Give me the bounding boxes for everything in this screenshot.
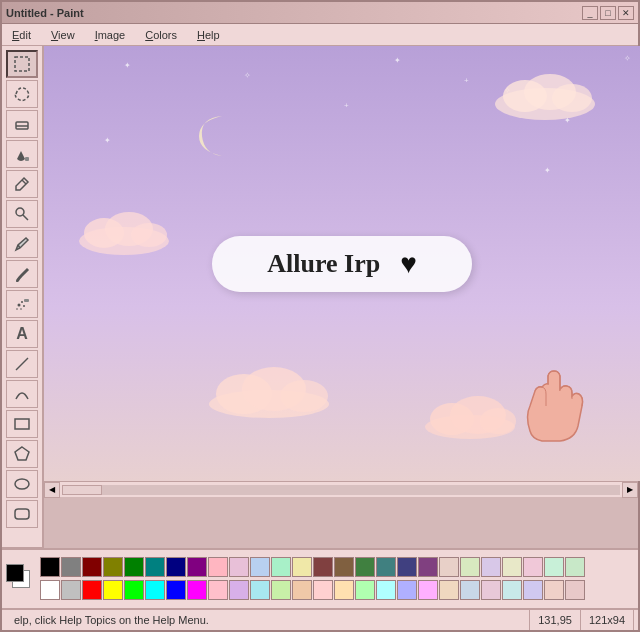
- palette-cell-47[interactable]: [523, 580, 543, 600]
- tool-curve[interactable]: [6, 380, 38, 408]
- tool-fill[interactable]: [6, 140, 38, 168]
- palette-cell-34[interactable]: [397, 557, 417, 577]
- palette-cell-33[interactable]: [376, 580, 396, 600]
- tool-zoom[interactable]: [6, 200, 38, 228]
- menu-view[interactable]: View: [45, 27, 81, 43]
- palette-cell-25[interactable]: [292, 580, 312, 600]
- palette-cell-20[interactable]: [250, 557, 270, 577]
- palette-cell-21[interactable]: [250, 580, 270, 600]
- palette-cell-41[interactable]: [460, 580, 480, 600]
- svg-point-12: [20, 308, 22, 310]
- foreground-color-box[interactable]: [6, 564, 24, 582]
- scroll-left-button[interactable]: ◀: [44, 482, 60, 498]
- palette-cell-22[interactable]: [271, 557, 291, 577]
- palette-cell-15[interactable]: [187, 580, 207, 600]
- tool-brush[interactable]: [6, 260, 38, 288]
- palette-cell-17[interactable]: [208, 580, 228, 600]
- tool-select-rect[interactable]: [6, 50, 38, 78]
- svg-rect-13: [24, 299, 29, 302]
- palette-cell-7[interactable]: [103, 580, 123, 600]
- menu-image[interactable]: Image: [89, 27, 132, 43]
- palette-cell-48[interactable]: [544, 557, 564, 577]
- palette-cell-43[interactable]: [481, 580, 501, 600]
- scroll-right-button[interactable]: ▶: [622, 482, 638, 498]
- palette-cell-29[interactable]: [334, 580, 354, 600]
- palette-cell-49[interactable]: [544, 580, 564, 600]
- palette-cell-10[interactable]: [145, 557, 165, 577]
- palette-cell-39[interactable]: [439, 580, 459, 600]
- tool-select-free[interactable]: [6, 80, 38, 108]
- palette-cell-9[interactable]: [124, 580, 144, 600]
- svg-rect-3: [25, 157, 29, 161]
- palette-cell-0[interactable]: [40, 557, 60, 577]
- current-colors[interactable]: [6, 564, 36, 594]
- palette-cell-51[interactable]: [565, 580, 585, 600]
- tool-eraser[interactable]: [6, 110, 38, 138]
- palette-cell-2[interactable]: [61, 557, 81, 577]
- palette-cell-31[interactable]: [355, 580, 375, 600]
- menu-colors[interactable]: Colors: [139, 27, 183, 43]
- palette-cell-44[interactable]: [502, 557, 522, 577]
- star-2: ✧: [244, 71, 251, 80]
- palette-cell-35[interactable]: [397, 580, 417, 600]
- tool-airbrush[interactable]: [6, 290, 38, 318]
- tool-text[interactable]: A: [6, 320, 38, 348]
- palette-cell-42[interactable]: [481, 557, 501, 577]
- palette-cell-28[interactable]: [334, 557, 354, 577]
- palette-cell-16[interactable]: [208, 557, 228, 577]
- tool-rounded-rect[interactable]: [6, 500, 38, 528]
- tool-rect[interactable]: [6, 410, 38, 438]
- palette-cell-27[interactable]: [313, 580, 333, 600]
- palette-cell-13[interactable]: [166, 580, 186, 600]
- menu-help[interactable]: Help: [191, 27, 226, 43]
- palette-cell-36[interactable]: [418, 557, 438, 577]
- palette-cell-11[interactable]: [145, 580, 165, 600]
- painting-canvas[interactable]: ✦ ✧ ✦ ✧ ✦ ✧ ✦ + + ✦: [44, 46, 640, 481]
- palette-cell-45[interactable]: [502, 580, 522, 600]
- tool-pick-color[interactable]: [6, 170, 38, 198]
- palette-cell-38[interactable]: [439, 557, 459, 577]
- palette-cell-32[interactable]: [376, 557, 396, 577]
- palette-cell-4[interactable]: [82, 557, 102, 577]
- star-10: ✦: [544, 166, 551, 175]
- svg-point-17: [15, 479, 29, 489]
- svg-point-5: [16, 208, 24, 216]
- palette-cell-24[interactable]: [292, 557, 312, 577]
- palette-cell-40[interactable]: [460, 557, 480, 577]
- palette-cell-6[interactable]: [103, 557, 123, 577]
- cloud-bottom-right: [420, 391, 520, 441]
- palette-cell-46[interactable]: [523, 557, 543, 577]
- minimize-button[interactable]: _: [582, 6, 598, 20]
- svg-point-26: [131, 223, 167, 247]
- palette-cell-30[interactable]: [355, 557, 375, 577]
- palette-cell-18[interactable]: [229, 557, 249, 577]
- palette-cell-14[interactable]: [187, 557, 207, 577]
- star-9: +: [464, 76, 469, 85]
- palette-cell-12[interactable]: [166, 557, 186, 577]
- tool-pencil[interactable]: [6, 230, 38, 258]
- scroll-thumb[interactable]: [62, 485, 102, 495]
- horizontal-scrollbar[interactable]: ◀ ▶: [44, 481, 638, 497]
- palette-cell-37[interactable]: [418, 580, 438, 600]
- toolbar: A: [2, 46, 44, 548]
- main-area: A: [2, 46, 638, 548]
- svg-point-11: [16, 308, 18, 310]
- palette-cell-23[interactable]: [271, 580, 291, 600]
- palette-cell-26[interactable]: [313, 557, 333, 577]
- maximize-button[interactable]: □: [600, 6, 616, 20]
- tool-line[interactable]: [6, 350, 38, 378]
- paint-window: Untitled - Paint _ □ ✕ Edit View Image C…: [0, 0, 640, 632]
- palette-cell-19[interactable]: [229, 580, 249, 600]
- tool-ellipse[interactable]: [6, 470, 38, 498]
- palette-cell-8[interactable]: [124, 557, 144, 577]
- palette-cell-3[interactable]: [61, 580, 81, 600]
- menu-edit[interactable]: Edit: [6, 27, 37, 43]
- cursor-hand-icon: [510, 361, 600, 451]
- palette-cell-5[interactable]: [82, 580, 102, 600]
- close-button[interactable]: ✕: [618, 6, 634, 20]
- color-palette-grid: [40, 557, 585, 602]
- palette-cell-1[interactable]: [40, 580, 60, 600]
- scroll-track[interactable]: [62, 485, 620, 495]
- palette-cell-50[interactable]: [565, 557, 585, 577]
- tool-polygon[interactable]: [6, 440, 38, 468]
